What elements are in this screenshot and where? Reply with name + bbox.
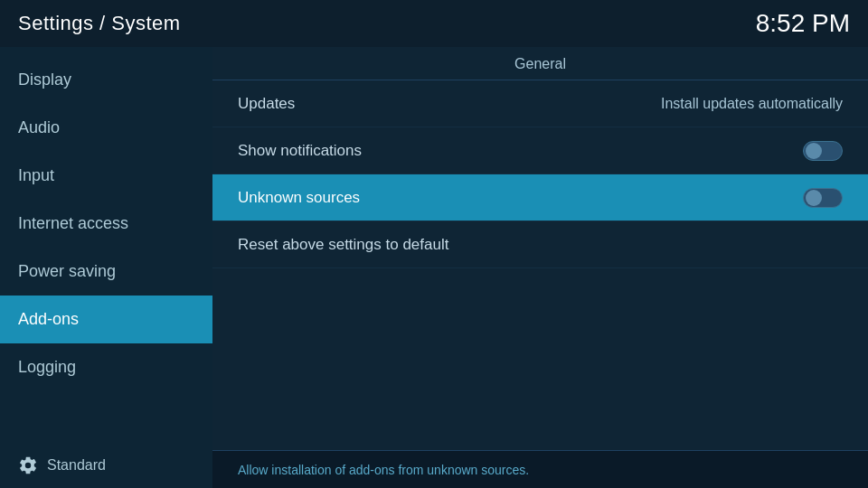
reset-label: Reset above settings to default bbox=[238, 236, 448, 254]
standard-label: Standard bbox=[47, 457, 106, 474]
sidebar-item-add-ons[interactable]: Add-ons bbox=[0, 296, 212, 343]
sidebar-item-label: Input bbox=[18, 166, 54, 185]
setting-row-updates[interactable]: Updates Install updates automatically bbox=[212, 80, 868, 127]
sidebar-item-label: Add-ons bbox=[18, 310, 79, 329]
sidebar-bottom-standard[interactable]: Standard bbox=[0, 443, 212, 488]
unknown-sources-label: Unknown sources bbox=[238, 189, 360, 207]
content-area: General Updates Install updates automati… bbox=[212, 47, 868, 488]
sidebar-item-label: Power saving bbox=[18, 262, 116, 281]
show-notifications-toggle[interactable] bbox=[803, 141, 843, 161]
sidebar: Display Audio Input Internet access Powe… bbox=[0, 47, 212, 488]
sidebar-item-label: Logging bbox=[18, 358, 76, 377]
sidebar-item-audio[interactable]: Audio bbox=[0, 104, 212, 152]
updates-value: Install updates automatically bbox=[661, 96, 843, 112]
settings-list: General Updates Install updates automati… bbox=[212, 47, 868, 450]
sidebar-item-label: Audio bbox=[18, 118, 60, 137]
header: Settings / System 8:52 PM bbox=[0, 0, 868, 47]
gear-icon bbox=[18, 455, 38, 475]
sidebar-item-internet-access[interactable]: Internet access bbox=[0, 200, 212, 248]
section-header: General bbox=[212, 47, 868, 80]
sidebar-item-input[interactable]: Input bbox=[0, 152, 212, 200]
sidebar-item-display[interactable]: Display bbox=[0, 56, 212, 104]
sidebar-item-logging[interactable]: Logging bbox=[0, 343, 212, 391]
clock: 8:52 PM bbox=[756, 9, 850, 38]
toggle-knob bbox=[806, 190, 822, 206]
updates-label: Updates bbox=[238, 95, 295, 113]
status-text: Allow installation of add-ons from unkno… bbox=[238, 463, 529, 477]
setting-row-reset[interactable]: Reset above settings to default bbox=[212, 221, 868, 268]
sidebar-item-power-saving[interactable]: Power saving bbox=[0, 248, 212, 296]
sidebar-item-label: Display bbox=[18, 70, 71, 89]
page-title: Settings / System bbox=[18, 12, 181, 35]
setting-row-show-notifications[interactable]: Show notifications bbox=[212, 127, 868, 174]
toggle-knob bbox=[806, 143, 822, 159]
unknown-sources-toggle[interactable] bbox=[803, 188, 843, 208]
main-layout: Display Audio Input Internet access Powe… bbox=[0, 47, 868, 488]
status-bar: Allow installation of add-ons from unkno… bbox=[212, 450, 868, 488]
setting-row-unknown-sources[interactable]: Unknown sources bbox=[212, 174, 868, 221]
sidebar-item-label: Internet access bbox=[18, 214, 128, 233]
show-notifications-label: Show notifications bbox=[238, 142, 362, 160]
